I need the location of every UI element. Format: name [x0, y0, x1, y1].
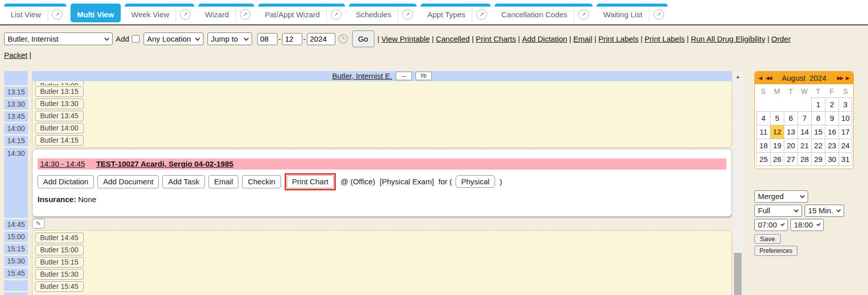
calendar-date[interactable]: 18: [756, 139, 770, 152]
calendar-date[interactable]: 10: [839, 111, 852, 125]
tab[interactable]: Schedules ↗: [349, 4, 416, 22]
calendar-date[interactable]: 9: [825, 111, 839, 125]
jump-to-select[interactable]: Jump to: [207, 32, 252, 45]
slot-button[interactable]: Butler 13:30: [35, 99, 84, 109]
tab[interactable]: Cancellation Codes ↗: [495, 4, 593, 22]
tab[interactable]: Pat/Appt Wizard ↗: [258, 4, 345, 22]
scroll-up-icon[interactable]: ▲: [734, 71, 742, 79]
tab[interactable]: Multi View ↗: [71, 4, 121, 22]
open-in-new-window-button[interactable]: ↗: [327, 7, 345, 22]
appointment-action-button[interactable]: Add Dictation: [38, 175, 94, 188]
calendar-date[interactable]: 6: [784, 111, 797, 125]
open-in-new-window-button[interactable]: ↗: [649, 7, 668, 22]
fb-button[interactable]: f/b: [415, 72, 432, 80]
print-chart-button[interactable]: Print Chart: [287, 175, 334, 188]
calendar-date[interactable]: 11: [756, 125, 770, 139]
tab[interactable]: Appt Types ↗: [421, 4, 491, 22]
appointment-time-link[interactable]: 14:30 - 14:45: [40, 159, 85, 168]
slot-button[interactable]: Butler 13:15: [35, 86, 84, 97]
patient-link[interactable]: TEST-10027 Acardi, Sergio 04-02-1985: [96, 159, 233, 168]
slot-button[interactable]: Butler 15:15: [35, 257, 84, 268]
slot-button[interactable]: Butler 15:45: [35, 281, 84, 292]
appointment-action-button[interactable]: Add Task: [162, 175, 204, 188]
toolbar-link[interactable]: Add Dictation: [522, 35, 567, 43]
calendar-date[interactable]: 22: [811, 139, 825, 152]
toolbar-link[interactable]: Print Charts: [476, 35, 516, 43]
calendar-date[interactable]: 27: [784, 152, 797, 166]
calendar-date[interactable]: 14: [797, 125, 811, 139]
calendar-date[interactable]: 23: [825, 139, 839, 152]
tab[interactable]: Waiting List ↗: [597, 4, 668, 22]
minimize-column-button[interactable]: —: [396, 72, 412, 80]
appointment-action-button[interactable]: Email: [209, 175, 239, 188]
tab[interactable]: Wizard ↗: [198, 4, 254, 22]
add-checkbox[interactable]: [132, 35, 140, 43]
calendar-date[interactable]: 31: [839, 152, 852, 166]
edit-pencil-icon[interactable]: ✎: [32, 219, 45, 228]
calendar-date[interactable]: 12: [770, 125, 784, 139]
go-button[interactable]: Go: [352, 30, 374, 47]
save-button[interactable]: Save: [754, 234, 781, 244]
tab[interactable]: Week View ↗: [125, 4, 194, 22]
slot-button[interactable]: Butler 14:15: [35, 135, 84, 146]
year-input[interactable]: [307, 33, 335, 45]
appointment-type-button[interactable]: Physical: [456, 175, 495, 188]
scrollbar-thumb[interactable]: [734, 253, 742, 295]
open-in-new-window-button[interactable]: ↗: [236, 7, 254, 22]
slot-button[interactable]: Butler 13:00: [35, 81, 84, 85]
slot-button[interactable]: Butler 13:45: [35, 111, 84, 121]
appointment-action-button[interactable]: Add Document: [97, 175, 159, 188]
calendar-date[interactable]: 8: [811, 111, 825, 125]
calendar-date[interactable]: [797, 97, 811, 111]
calendar-date[interactable]: 13: [784, 125, 797, 139]
tab[interactable]: List View ↗: [4, 4, 66, 22]
calendar-date[interactable]: 29: [811, 152, 825, 166]
toolbar-link[interactable]: Cancelled: [436, 35, 470, 43]
calendar-date[interactable]: 7: [797, 111, 811, 125]
slot-button[interactable]: Butler 15:00: [35, 245, 84, 255]
month-input[interactable]: [257, 33, 277, 45]
calendar-date[interactable]: 5: [770, 111, 784, 125]
prev-year-icon[interactable]: ◀◀: [766, 75, 771, 81]
toolbar-link[interactable]: Run All Drug Eligibility: [691, 35, 766, 43]
slot-button[interactable]: Butler 14:45: [35, 233, 84, 243]
provider-header-link[interactable]: Butler, Internist E.: [332, 72, 392, 80]
calendar-date[interactable]: 16: [825, 125, 839, 139]
calendar-date[interactable]: 17: [839, 125, 852, 139]
next-month-icon[interactable]: ▶: [846, 75, 850, 81]
start-time-select[interactable]: 07:00: [754, 219, 788, 231]
open-in-new-window-button[interactable]: ↗: [398, 7, 416, 22]
toolbar-link[interactable]: Email: [573, 35, 593, 43]
calendar-date[interactable]: [756, 97, 770, 111]
clock-icon[interactable]: [338, 34, 348, 44]
calendar-date[interactable]: 25: [756, 152, 770, 166]
calendar-date[interactable]: 19: [770, 139, 784, 152]
day-input[interactable]: [282, 33, 302, 45]
next-year-icon[interactable]: ▶▶: [837, 75, 843, 81]
appointment-action-button[interactable]: Checkin: [242, 175, 281, 188]
calendar-date[interactable]: 1: [811, 97, 825, 111]
toolbar-link[interactable]: Print Labels: [645, 35, 685, 43]
open-in-new-window-button[interactable]: ↗: [574, 7, 593, 22]
calendar-date[interactable]: 4: [756, 111, 770, 125]
vertical-scrollbar[interactable]: ▲: [734, 71, 742, 295]
calendar-date[interactable]: 26: [770, 152, 784, 166]
toolbar-link[interactable]: View Printable: [381, 35, 430, 43]
open-in-new-window-button[interactable]: ↗: [48, 7, 66, 22]
end-time-select[interactable]: 18:00: [790, 219, 824, 231]
slot-button[interactable]: Butler 14:00: [35, 123, 84, 134]
slot-button[interactable]: Butler 15:30: [35, 269, 84, 280]
preferences-button[interactable]: Preferences: [754, 246, 797, 256]
view-mode-select[interactable]: Merged: [754, 190, 808, 203]
calendar-date[interactable]: 15: [811, 125, 825, 139]
open-in-new-window-button[interactable]: ↗: [472, 7, 491, 22]
toolbar-link[interactable]: Print Labels: [598, 35, 638, 43]
open-in-new-window-button[interactable]: ↗: [176, 7, 194, 22]
calendar-date[interactable]: [784, 97, 797, 111]
calendar-date[interactable]: 30: [825, 152, 839, 166]
calendar-date[interactable]: 3: [839, 97, 852, 111]
size-select[interactable]: Full: [754, 205, 802, 217]
location-select[interactable]: Any Location: [144, 32, 203, 45]
calendar-date[interactable]: 21: [797, 139, 811, 152]
prev-month-icon[interactable]: ◀: [758, 75, 762, 81]
